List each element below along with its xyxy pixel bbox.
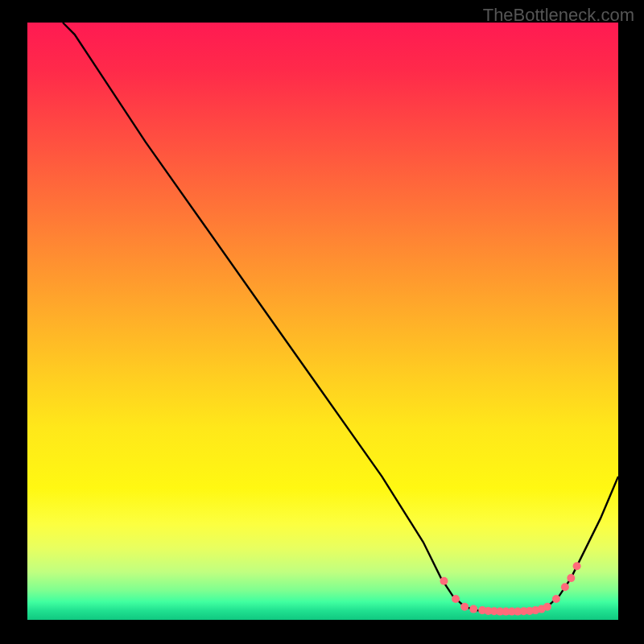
- curve-marker: [469, 605, 477, 613]
- curve-marker: [543, 603, 551, 611]
- chart-svg: [27, 23, 618, 620]
- curve-marker: [573, 562, 581, 570]
- curve-markers: [440, 562, 581, 615]
- curve-marker: [567, 574, 575, 582]
- curve-marker: [460, 603, 469, 611]
- curve-marker: [452, 595, 460, 603]
- bottleneck-curve: [63, 23, 618, 612]
- curve-marker: [440, 577, 448, 585]
- curve-marker: [561, 583, 569, 591]
- curve-marker: [552, 595, 560, 603]
- plot-area: [27, 23, 618, 620]
- watermark-text: TheBottleneck.com: [483, 5, 634, 26]
